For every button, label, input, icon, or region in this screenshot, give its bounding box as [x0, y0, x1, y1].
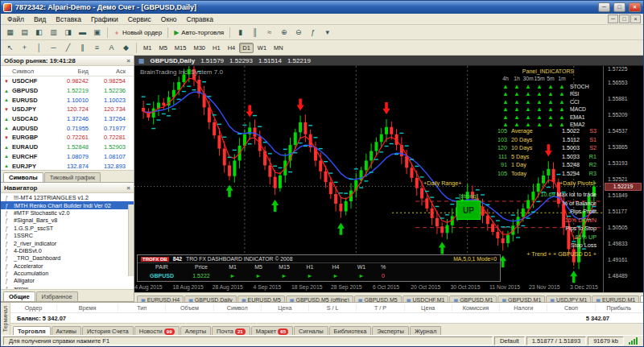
chart-minimize-button[interactable]: ─ — [608, 14, 618, 23]
navigator-item[interactable]: ƒ#MTF Stochastic v2.0 — [1, 209, 134, 217]
menu-Окно[interactable]: Окно — [156, 14, 182, 24]
title-bar[interactable]: 7872342: Alpari-Demo - Демо Счет - [GBPU… — [1, 1, 643, 14]
market-watch-row[interactable]: ▲EURUSD1.100101.10023 — [1, 95, 134, 105]
price-axis[interactable]: 1.572251.565531.558811.552091.545371.538… — [603, 66, 643, 292]
timeframe-D1-button[interactable]: D1 — [239, 43, 254, 53]
signal-up-arrow-icon: ▲ — [556, 90, 568, 98]
menu-Файл[interactable]: Файл — [2, 14, 29, 24]
dashboard-column-label: W1 — [349, 263, 374, 272]
zoom-out-button[interactable]: ⊖ — [291, 27, 305, 39]
navigator-item[interactable]: ƒ_TRO_Dashboard — [1, 254, 134, 262]
arrow-objects-button[interactable]: ◆ — [119, 42, 133, 54]
fibonacci-button[interactable]: ≡ — [90, 42, 104, 54]
market-watch-row[interactable]: ▼USDJPY120.724120.734 — [1, 105, 134, 114]
autotrading-button[interactable]: ▶Авто-торговля — [171, 27, 226, 39]
candlestick-chart-button[interactable]: ▮ — [233, 27, 247, 39]
signal-up-arrow-icon: ▲ — [545, 90, 556, 98]
market-watch-header[interactable]: Обзор рынка: 19:41:28 × — [1, 56, 134, 66]
navigator-item[interactable]: ƒ!MTH Renko Chart Builder Indi Ver 02 — [1, 201, 134, 209]
indicator-icon: ƒ — [5, 203, 11, 209]
strategy-tester-button[interactable]: ▣ — [90, 27, 104, 39]
market-watch-row[interactable]: ▲EURJPY132.874132.893 — [1, 161, 134, 170]
market-watch-button[interactable]: ◧ — [32, 27, 46, 39]
navigator-item[interactable]: ƒAccumulation — [1, 270, 134, 277]
templates-button[interactable]: ▾ — [320, 27, 334, 39]
pivot-name: 5 Days — [511, 153, 545, 162]
profiles-button[interactable]: ▤ — [18, 27, 31, 39]
timeframe-MN-button[interactable]: MN — [270, 43, 287, 53]
market-watch-panel: Обзор рынка: 19:41:28 × Символ Бид Аск ▼… — [1, 56, 134, 183]
price-scale-label: 1.55881 — [608, 96, 628, 101]
market-watch-row[interactable]: ▲EURAUD1.528481.52903 — [1, 143, 134, 152]
market-watch-row[interactable]: ▲EURCHF1.080791.08107 — [1, 152, 134, 162]
indicators-button[interactable]: ƒ — [306, 27, 320, 39]
navigator-item[interactable]: ƒarrow — [1, 285, 134, 289]
pivot-name: 1 Day — [511, 161, 545, 170]
dashboard-pair: GBPUSD — [141, 272, 183, 281]
navigator-item[interactable]: ƒ#Signal_Bars_v8 — [1, 217, 134, 224]
status-profile[interactable]: Default — [494, 337, 525, 345]
chart-close-button[interactable]: × — [630, 14, 641, 23]
terminal-side-tab[interactable]: Терминал — [1, 303, 10, 335]
line-chart-button[interactable]: ≈ — [262, 27, 276, 39]
trendline-button[interactable]: ╱ — [61, 42, 75, 54]
pivot-count: 105 — [489, 170, 507, 179]
indicator-icon: ƒ — [5, 233, 11, 238]
equidistant-channel-button[interactable]: ∥ — [76, 42, 89, 54]
market-watch-tab-Тиковый график[interactable]: Тиковый график — [44, 172, 101, 182]
data-window-button[interactable]: ▥ — [47, 27, 60, 39]
market-watch-row[interactable]: ▲GBPUSD1.522191.52236 — [1, 86, 134, 96]
menu-Сервис[interactable]: Сервис — [123, 14, 156, 24]
minimize-button[interactable]: ─ — [598, 2, 610, 12]
maximize-button[interactable]: □ — [613, 2, 625, 12]
signal-up-arrow-icon: ▲ — [522, 114, 534, 122]
navigator-item[interactable]: ƒ1SSRC — [1, 232, 134, 239]
chart-watermark: BrainTrading Inc. System 7.0 — [140, 68, 223, 76]
text-label-button[interactable]: A — [105, 42, 118, 54]
navigator-header[interactable]: Навигатор × — [1, 183, 134, 193]
navigator-item[interactable]: ƒ2_river_indicator — [1, 239, 134, 246]
menu-Графики[interactable]: Графики — [86, 14, 123, 24]
close-icon[interactable]: × — [126, 184, 130, 192]
market-watch-row[interactable]: ▲USDCAD1.372461.37264 — [1, 114, 134, 124]
market-watch-row[interactable]: ▲AUDUSD0.719550.71977 — [1, 123, 134, 133]
timeframe-M15-button[interactable]: M15 — [171, 43, 190, 53]
navigator-item[interactable]: ƒ!!!-MT4 123TRIANGLES v1.2 — [1, 194, 134, 201]
navigator-button[interactable]: ◨ — [61, 27, 75, 39]
timeframe-M30-button[interactable]: M30 — [190, 43, 208, 53]
new-chart-button[interactable]: ▦ — [3, 27, 17, 39]
timeframe-H1-button[interactable]: H1 — [209, 43, 224, 53]
dashboard-column-label: M5 — [246, 263, 271, 272]
timeframe-M5-button[interactable]: M5 — [155, 43, 170, 53]
navigator-item[interactable]: ƒ4-DIBSvt.0 — [1, 247, 134, 254]
navigator-item[interactable]: ƒAlligator — [1, 277, 134, 284]
chart-restore-button[interactable]: □ — [619, 14, 630, 23]
navigator-scrollbar[interactable] — [128, 204, 134, 276]
navigator-item[interactable]: ƒ1.G.S.P_sscST — [1, 225, 134, 232]
ask-value: 132.893 — [93, 163, 130, 170]
horizontal-line-button[interactable]: ─ — [47, 42, 60, 54]
new-order-button[interactable]: ＋Новый ордер — [111, 27, 164, 39]
crosshair-button[interactable]: + — [18, 42, 31, 54]
menu-Справка[interactable]: Справка — [182, 14, 218, 24]
menu-Вид[interactable]: Вид — [29, 14, 51, 24]
close-button[interactable]: × — [629, 2, 641, 12]
navigator-tab-Избранное[interactable]: Избранное — [36, 291, 78, 301]
timeframe-M1-button[interactable]: M1 — [140, 43, 155, 53]
terminal-button[interactable]: ▬ — [76, 27, 89, 39]
close-icon[interactable]: × — [126, 57, 130, 64]
vertical-line-button[interactable]: │ — [32, 42, 46, 54]
chart-plot-area[interactable]: BrainTrading Inc. System 7.0 Panel_INDIC… — [134, 66, 603, 292]
market-watch-row[interactable]: ▼USDCHF0.982420.98254 — [1, 76, 134, 86]
timeframe-W1-button[interactable]: W1 — [254, 43, 270, 53]
zoom-in-button[interactable]: ⊕ — [277, 27, 291, 39]
price-scale-label: 1.55209 — [608, 112, 628, 118]
market-watch-tab-Символы[interactable]: Символы — [3, 172, 43, 182]
bar-chart-button[interactable]: ║ — [248, 27, 262, 39]
market-watch-row[interactable]: ▼EURGBP0.722610.72281 — [1, 133, 134, 143]
navigator-tab-Общие[interactable]: Общие — [3, 291, 35, 301]
navigator-item[interactable]: ƒAccelerator — [1, 262, 134, 270]
cursor-button[interactable]: ↖ — [3, 42, 17, 54]
timeframe-H4-button[interactable]: H4 — [225, 43, 239, 53]
menu-Вставка[interactable]: Вставка — [51, 14, 86, 24]
